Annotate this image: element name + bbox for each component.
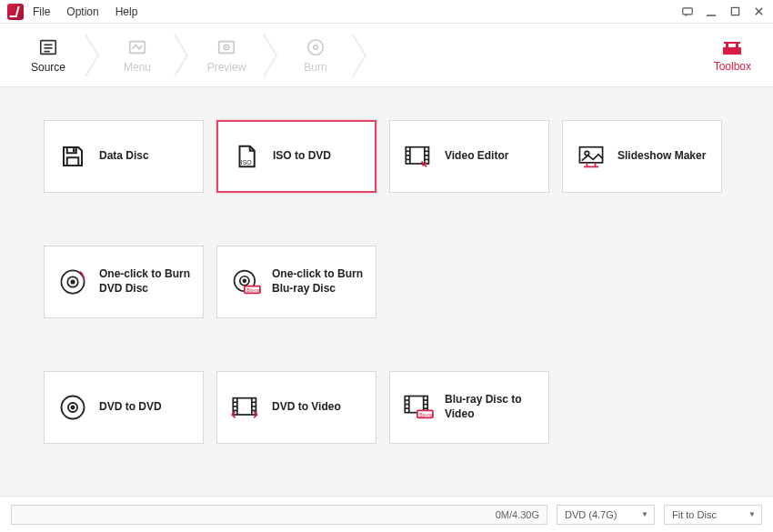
menu-icon xyxy=(127,37,147,57)
tool-label: One-click to Burn DVD Disc xyxy=(99,267,190,296)
video-editor-icon xyxy=(403,141,434,172)
fit-mode-value: Fit to Disc xyxy=(672,509,717,520)
close-button[interactable] xyxy=(751,5,766,19)
svg-text:Blu-ray: Blu-ray xyxy=(419,412,434,417)
capacity-bar: 0M/4.30G xyxy=(11,505,547,525)
tool-label: Video Editor xyxy=(445,149,508,164)
menu-option[interactable]: Option xyxy=(66,5,98,18)
tool-label: DVD to Video xyxy=(272,400,341,415)
step-preview-label: Preview xyxy=(207,61,246,74)
chevron-down-icon: ▼ xyxy=(641,510,648,518)
menu-file[interactable]: File xyxy=(33,5,50,18)
menu-help[interactable]: Help xyxy=(115,5,138,18)
svg-point-47 xyxy=(72,407,75,409)
tool-oneclick-dvd[interactable]: One-click to Burn DVD Disc xyxy=(44,246,204,318)
svg-point-13 xyxy=(308,39,324,55)
tool-slideshow-maker[interactable]: Slideshow Maker xyxy=(562,120,722,193)
tool-label: One-click to Burn Blu-ray Disc xyxy=(272,267,363,296)
step-burn[interactable]: Burn xyxy=(284,24,347,87)
disc-type-value: DVD (4.7G) xyxy=(565,509,617,520)
svg-point-39 xyxy=(71,280,74,283)
film-convert-icon xyxy=(230,392,261,423)
preview-icon xyxy=(216,37,236,57)
tool-label: Slideshow Maker xyxy=(617,149,706,164)
chevron-right-icon xyxy=(80,30,105,81)
step-menu[interactable]: Menu xyxy=(105,24,169,87)
iso-file-icon: ISO xyxy=(231,141,262,172)
floppy-disk-icon xyxy=(57,141,88,172)
tool-label: ISO to DVD xyxy=(273,149,331,164)
chevron-right-icon xyxy=(347,30,373,81)
capacity-text: 0M/4.30G xyxy=(496,509,539,520)
menubar: File Option Help xyxy=(33,5,137,18)
chevron-down-icon: ▼ xyxy=(748,510,756,518)
tool-oneclick-bluray[interactable]: Blu-ray One-click to Burn Blu-ray Disc xyxy=(216,246,376,318)
svg-rect-15 xyxy=(723,47,741,55)
burn-icon xyxy=(306,37,326,57)
tool-bluray-to-video[interactable]: Blu-ray Blu-ray Disc to Video xyxy=(389,371,549,444)
tool-label: DVD to DVD xyxy=(99,400,162,415)
svg-text:Blu-ray: Blu-ray xyxy=(246,287,261,293)
disc-burn-icon xyxy=(57,266,88,297)
svg-rect-20 xyxy=(67,157,79,166)
tool-label: Blu-ray Disc to Video xyxy=(445,393,536,421)
tool-dvd-to-dvd[interactable]: DVD to DVD xyxy=(44,371,204,444)
titlebar: File Option Help xyxy=(0,0,773,24)
svg-rect-18 xyxy=(724,42,740,44)
maximize-button[interactable] xyxy=(728,5,742,19)
tool-grid: Data Disc ISO ISO to DVD Video Editor Sl… xyxy=(44,120,729,444)
step-burn-label: Burn xyxy=(304,61,326,74)
tool-video-editor[interactable]: Video Editor xyxy=(389,120,549,193)
svg-text:ISO: ISO xyxy=(241,159,252,166)
window-controls xyxy=(680,5,766,19)
svg-rect-16 xyxy=(726,44,728,48)
disc-icon xyxy=(57,392,88,423)
toolbox-icon xyxy=(721,38,743,56)
step-source[interactable]: Source xyxy=(16,24,80,87)
step-preview[interactable]: Preview xyxy=(195,24,258,87)
svg-rect-2 xyxy=(731,7,738,15)
source-icon xyxy=(38,37,58,57)
feedback-icon[interactable] xyxy=(680,5,695,19)
bluray-film-icon: Blu-ray xyxy=(403,392,434,423)
tool-data-disc[interactable]: Data Disc xyxy=(44,120,204,193)
step-menu-label: Menu xyxy=(124,61,151,74)
minimize-button[interactable] xyxy=(704,5,718,19)
tool-label: Data Disc xyxy=(99,149,149,164)
disc-type-dropdown[interactable]: DVD (4.7G) ▼ xyxy=(557,505,655,525)
slideshow-icon xyxy=(576,141,607,172)
chevron-right-icon xyxy=(258,30,284,81)
svg-rect-17 xyxy=(736,44,738,48)
toolbox-label: Toolbox xyxy=(714,60,751,73)
tool-dvd-to-video[interactable]: DVD to Video xyxy=(216,371,376,444)
step-source-label: Source xyxy=(31,61,65,74)
svg-marker-12 xyxy=(226,45,227,48)
toolbox-panel: Data Disc ISO ISO to DVD Video Editor Sl… xyxy=(0,87,773,496)
svg-point-14 xyxy=(314,45,318,49)
bluray-burn-icon: Blu-ray xyxy=(230,266,261,297)
svg-rect-0 xyxy=(683,7,693,14)
app-logo-icon xyxy=(7,4,24,20)
status-bar: 0M/4.30G DVD (4.7G) ▼ Fit to Disc ▼ xyxy=(0,496,773,532)
fit-mode-dropdown[interactable]: Fit to Disc ▼ xyxy=(664,505,762,525)
toolbox-button[interactable]: Toolbox xyxy=(705,33,760,78)
tool-iso-to-dvd[interactable]: ISO ISO to DVD xyxy=(216,120,376,193)
step-nav: Source Menu Preview Burn Toolbox xyxy=(0,24,773,87)
chevron-right-icon xyxy=(169,30,195,81)
svg-point-42 xyxy=(243,279,246,282)
